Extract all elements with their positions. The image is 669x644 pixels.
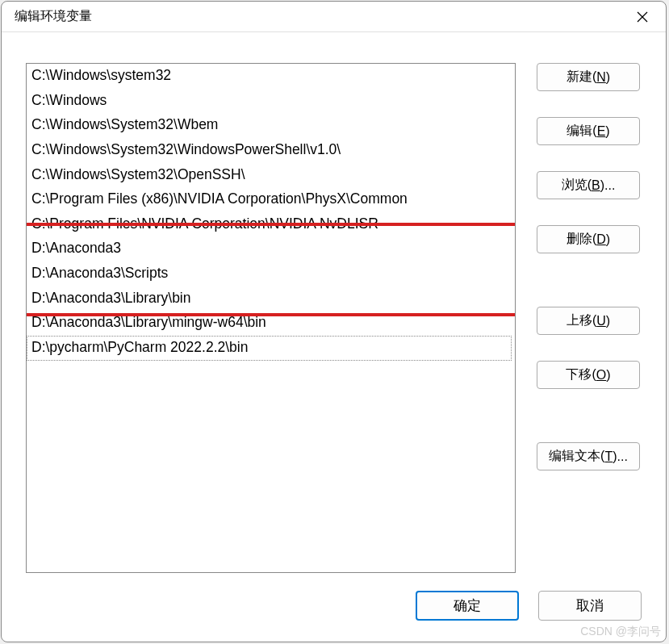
ok-button[interactable]: 确定 [416, 591, 519, 621]
edittext-button[interactable]: 编辑文本(T)... [537, 442, 640, 470]
list-item[interactable]: C:\Program Files (x86)\NVIDIA Corporatio… [27, 187, 515, 212]
cancel-button[interactable]: 取消 [538, 591, 642, 621]
list-item[interactable]: C:\Windows [27, 89, 515, 114]
highlight-line-2 [27, 313, 515, 316]
window-title: 编辑环境变量 [15, 8, 92, 25]
list-item[interactable]: C:\Windows\System32\OpenSSH\ [27, 163, 515, 188]
list-item[interactable]: D:\Anaconda3\Library\bin [27, 286, 515, 312]
new-button[interactable]: 新建(N) [537, 63, 640, 91]
close-icon[interactable] [630, 5, 654, 29]
highlight-line-1 [27, 223, 515, 226]
list-item[interactable]: C:\Windows\System32\Wbem [27, 113, 515, 138]
moveup-button[interactable]: 上移(U) [537, 307, 640, 335]
list-item[interactable]: D:\Anaconda3\Scripts [27, 261, 515, 286]
list-item[interactable]: D:\Anaconda3 [27, 236, 515, 261]
footer: 确定 取消 [2, 581, 666, 642]
list-item[interactable]: C:\Windows\System32\WindowsPowerShell\v1… [27, 138, 515, 163]
list-item[interactable]: D:\pycharm\PyCharm 2022.2.2\bin [27, 336, 512, 361]
dialog-window: 编辑环境变量 C:\Windows\system32C:\WindowsC:\W… [1, 1, 667, 642]
spacer-2 [537, 415, 642, 441]
browse-button[interactable]: 浏览(B)... [537, 171, 640, 199]
movedown-button[interactable]: 下移(O) [537, 361, 640, 389]
edit-button[interactable]: 编辑(E) [537, 117, 640, 145]
delete-button[interactable]: 删除(D) [537, 225, 640, 253]
titlebar: 编辑环境变量 [2, 2, 666, 32]
content-area: C:\Windows\system32C:\WindowsC:\Windows\… [2, 32, 666, 581]
list-item[interactable]: C:\Windows\system32 [27, 64, 515, 89]
spacer [537, 279, 642, 305]
button-column: 新建(N) 编辑(E) 浏览(B)... 删除(D) 上移(U) 下移(O) [537, 63, 642, 573]
path-list[interactable]: C:\Windows\system32C:\WindowsC:\Windows\… [26, 63, 516, 573]
